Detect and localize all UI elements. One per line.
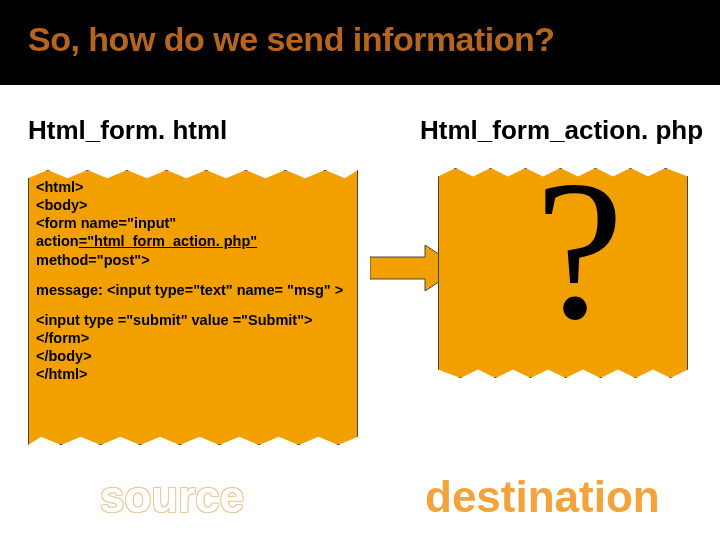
slide: So, how do we send information? Html_for…: [0, 0, 720, 540]
code-line: method="post">: [36, 251, 354, 269]
code-line: </html>: [36, 365, 354, 383]
code-line: <input type ="submit" value ="Submit">: [36, 311, 354, 329]
code-line: </form>: [36, 329, 354, 347]
destination-label: destination: [425, 472, 660, 522]
left-file-label: Html_form. html: [28, 115, 227, 146]
code-line: <html>: [36, 178, 354, 196]
slide-title: So, how do we send information?: [28, 20, 555, 59]
code-line: </body>: [36, 347, 354, 365]
code-content: <html> <body> <form name="input" action=…: [36, 178, 354, 395]
code-line: message: <input type="text" name= "msg" …: [36, 281, 354, 299]
code-line: <body>: [36, 196, 354, 214]
question-mark: ?: [535, 150, 624, 350]
source-label: source: [100, 472, 244, 522]
code-line: action="html_form_action. php": [36, 232, 354, 250]
code-underline: ="html_form_action. php": [79, 233, 258, 249]
code-line: <form name="input": [36, 214, 354, 232]
code-text: action: [36, 233, 79, 249]
